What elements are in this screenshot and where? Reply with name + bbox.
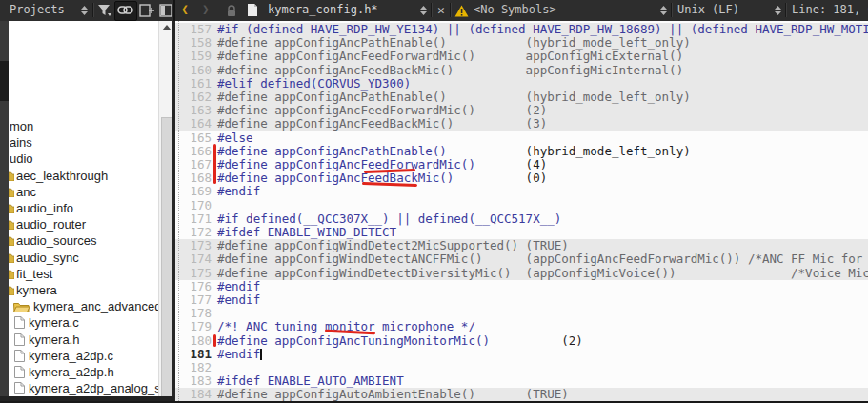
tree-item-folder[interactable]: kymera_anc_advanced — [9, 298, 158, 314]
line-number: 172 — [175, 226, 212, 239]
folder-icon — [9, 219, 14, 230]
tree-item-folder[interactable]: audio_sources — [9, 232, 158, 249]
code-line[interactable]: 167#define appConfigAncFeedForwardMic() … — [175, 158, 868, 171]
code-line[interactable]: 168#define appConfigAncFeedBackMic() (0) — [175, 171, 868, 185]
tree-item-folder[interactable]: fit_test — [9, 266, 158, 282]
line-number: 165 — [175, 131, 212, 145]
code-line[interactable]: 162#define appConfigAncPathEnable() (hyb… — [175, 91, 868, 104]
code-line[interactable]: 177#endif — [175, 293, 868, 307]
tree-item-file[interactable]: kymera.c — [9, 314, 158, 331]
editor-window: Projects ❮ — [0, 0, 868, 403]
gutter-margin-line — [178, 21, 180, 401]
top-toolbar: Projects ❮ — [0, 0, 868, 22]
sidebar-toggle-icon[interactable] — [159, 4, 173, 17]
tree-item-label: audio_sources — [16, 233, 97, 248]
code-line[interactable]: 159#define appConfigAncFeedForwardMic() … — [175, 50, 868, 63]
code-line[interactable]: 180#define appConfigAncTuningMonitorMic(… — [175, 334, 868, 348]
code-line[interactable]: 160#define appConfigAncFeedBackMic() app… — [175, 64, 868, 77]
forward-icon[interactable]: ❯ — [202, 2, 210, 16]
code-line[interactable]: 176#endif — [175, 280, 868, 293]
toolbar-separator — [92, 3, 94, 17]
tab-filename[interactable]: kymera_config.h* — [268, 3, 378, 16]
line-number: 178 — [175, 307, 212, 320]
back-icon[interactable]: ❮ — [181, 2, 189, 16]
code-line[interactable]: 172#ifdef ENABLE_WIND_DETECT — [175, 226, 868, 239]
code-line[interactable]: 179/*! ANC tuning monitor microphone */ — [175, 320, 868, 333]
code-text: #ifdef ENABLE_WIND_DETECT — [217, 226, 396, 239]
code-text: #define appConfigWindDetect2MicSupported… — [217, 239, 569, 252]
filter-icon[interactable] — [97, 4, 112, 17]
split-view-icon[interactable] — [139, 4, 155, 17]
code-line[interactable]: 175#define appConfigWindDetectDiversityM… — [175, 267, 868, 280]
projects-dropdown[interactable]: Projects — [10, 3, 65, 16]
line-number: 181 — [175, 348, 212, 361]
toolbar-separator — [450, 3, 452, 17]
folder-icon — [9, 171, 14, 181]
tree-item-folder[interactable]: aec_leakthrough — [9, 168, 158, 184]
line-number: 184 — [175, 388, 212, 401]
sidebar-scrollbar[interactable] — [158, 21, 173, 403]
tree-item-folder[interactable]: ains — [9, 134, 158, 151]
line-number: 179 — [175, 320, 212, 333]
code-text: #define appConfigAncFeedForwardMic() app… — [217, 50, 683, 63]
line-number: 166 — [175, 145, 212, 158]
code-line[interactable]: 165#else — [175, 131, 868, 145]
symbols-dropdown[interactable]: <No Symbols> — [474, 3, 556, 16]
tree-item-file[interactable]: kymera.h — [9, 332, 158, 348]
toolbar-separator — [785, 3, 787, 17]
tree-item-folder[interactable]: udio — [9, 151, 158, 167]
code-line[interactable]: 171#if defined(__QCC307X__) || defined(_… — [175, 212, 868, 226]
tree-item-label: ains — [10, 135, 32, 150]
code-line[interactable]: 181#endif — [175, 348, 868, 361]
line-number: 160 — [175, 64, 212, 77]
code-line[interactable]: 182 — [175, 361, 868, 374]
code-text: #else — [217, 131, 253, 145]
code-line[interactable]: 157#if (defined HAVE_RDP_HW_YE134) || (d… — [175, 23, 868, 36]
code-text: #define appConfigAutoAmbientEnable() (TR… — [217, 388, 569, 401]
close-icon[interactable]: ✕ — [437, 3, 445, 17]
symbols-updown-icon[interactable] — [659, 5, 668, 16]
toolbar-separator — [671, 3, 673, 17]
line-number: 158 — [175, 36, 212, 50]
tree-item-folder[interactable]: audio_router — [9, 216, 158, 232]
code-line[interactable]: 158#define appConfigAncPathEnable() (hyb… — [175, 36, 868, 50]
code-line[interactable]: 164#define appConfigAncFeedBackMic() (3) — [175, 117, 868, 131]
code-text: #ifdef ENABLE_AUTO_AMBIENT — [217, 374, 404, 388]
tree-item-label: audio_router — [16, 217, 86, 232]
code-line[interactable]: 184#define appConfigAutoAmbientEnable() … — [175, 388, 868, 401]
tree-item-folder[interactable]: audio_sync — [9, 250, 158, 266]
tree-item-label: anc — [16, 185, 36, 199]
code-line[interactable]: 169#endif — [175, 185, 868, 198]
line-number: 174 — [175, 252, 212, 266]
buffer-updown-icon[interactable] — [419, 5, 428, 16]
code-line[interactable]: 166#define appConfigAncPathEnable() (hyb… — [175, 145, 868, 158]
tree-item-folder[interactable]: kymera — [9, 282, 158, 298]
line-number: 163 — [175, 104, 212, 117]
tree-item-label: kymera — [16, 283, 57, 297]
tree-item-folder[interactable]: anc — [9, 184, 158, 200]
eol-dropdown[interactable]: Unix (LF) — [677, 3, 739, 16]
tree-item-folder[interactable]: audio_info — [9, 200, 158, 216]
line-number: 164 — [175, 117, 212, 131]
red-gutter-mark — [213, 334, 216, 347]
lock-icon[interactable] — [225, 4, 238, 17]
link-icon[interactable] — [117, 5, 133, 15]
code-line[interactable]: 178 — [175, 307, 868, 320]
tree-item-folder[interactable]: mon — [9, 118, 158, 134]
scroll-up-icon[interactable] — [162, 25, 172, 30]
red-gutter-mark — [213, 144, 216, 184]
code-editor[interactable]: 157#if (defined HAVE_RDP_HW_YE134) || (d… — [175, 21, 868, 401]
eol-updown-icon[interactable] — [774, 5, 782, 16]
tree-item-file[interactable]: kymera_a2dp.c — [9, 348, 158, 364]
code-line[interactable]: 170 — [175, 199, 868, 212]
code-line[interactable]: 183#ifdef ENABLE_AUTO_AMBIENT — [175, 374, 868, 388]
code-line[interactable]: 163#define appConfigAncFeedForwardMic() … — [175, 104, 868, 117]
code-line[interactable]: 173#define appConfigWindDetect2MicSuppor… — [175, 239, 868, 252]
projects-updown-icon[interactable] — [80, 5, 89, 16]
tree-item-file[interactable]: kymera_a2dp.h — [9, 364, 158, 380]
code-text: #elif defined(CORVUS_YD300) — [217, 77, 411, 91]
code-line[interactable]: 161#elif defined(CORVUS_YD300) — [175, 77, 868, 91]
code-line[interactable]: 174#define appConfigWindDetectANCFFMic()… — [175, 252, 868, 266]
tree-item-file[interactable]: kymera_a2dp_analog_sou — [9, 380, 158, 396]
code-text: #define appConfigAncTuningMonitorMic() (… — [217, 334, 583, 348]
